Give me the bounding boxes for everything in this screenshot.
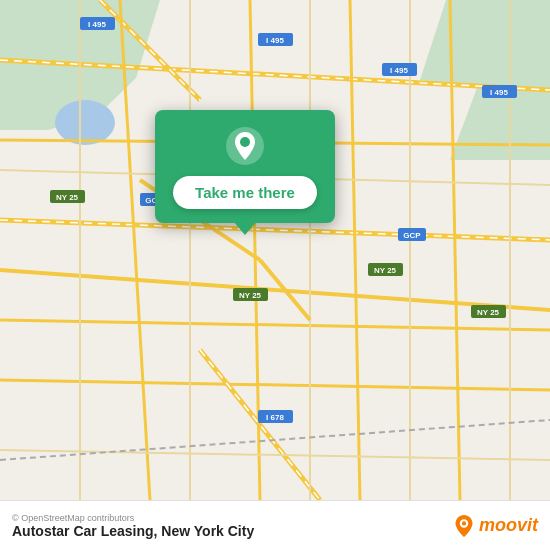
location-name: Autostar Car Leasing, New York City: [12, 523, 254, 539]
svg-line-12: [0, 320, 550, 330]
svg-text:I 495: I 495: [266, 36, 284, 45]
moovit-brand-text: moovit: [479, 515, 538, 536]
svg-text:I 495: I 495: [390, 66, 408, 75]
take-me-there-button[interactable]: Take me there: [173, 176, 317, 209]
moovit-logo: moovit: [453, 515, 538, 537]
attribution-text: © OpenStreetMap contributors: [12, 513, 254, 523]
location-info: © OpenStreetMap contributors Autostar Ca…: [12, 513, 254, 539]
popup-tail: [233, 221, 257, 235]
svg-line-10: [450, 0, 460, 500]
svg-text:I 678: I 678: [266, 413, 284, 422]
svg-text:I 495: I 495: [88, 20, 106, 29]
location-popup: Take me there: [155, 110, 335, 223]
bottom-bar: © OpenStreetMap contributors Autostar Ca…: [0, 500, 550, 550]
svg-text:GCP: GCP: [403, 231, 421, 240]
location-pin-icon: [225, 126, 265, 166]
svg-text:I 495: I 495: [490, 88, 508, 97]
svg-line-7: [120, 0, 150, 500]
road-network: I 495 I 495 I 495 I 495 NY 25 NY 25 NY 2…: [0, 0, 550, 500]
svg-point-49: [240, 137, 250, 147]
svg-text:NY 25: NY 25: [374, 266, 397, 275]
map-container: I 495 I 495 I 495 I 495 NY 25 NY 25 NY 2…: [0, 0, 550, 500]
svg-text:NY 25: NY 25: [477, 308, 500, 317]
moovit-pin-icon: [453, 515, 475, 537]
svg-line-13: [0, 380, 550, 390]
svg-point-51: [462, 521, 466, 525]
svg-text:NY 25: NY 25: [239, 291, 262, 300]
svg-line-9: [350, 0, 360, 500]
svg-text:NY 25: NY 25: [56, 193, 79, 202]
